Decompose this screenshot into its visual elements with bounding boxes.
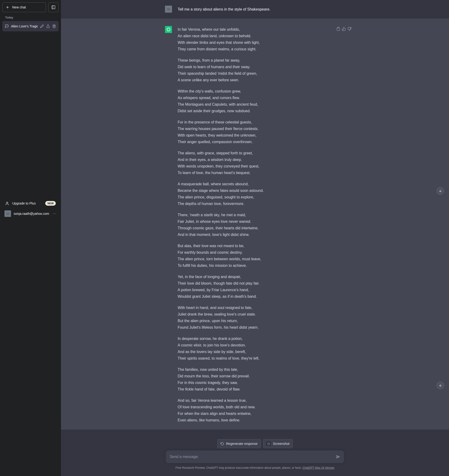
chatgpt-app: New chat Today Alien Love's Tragic T	[0, 0, 449, 476]
user-message-row: so Tell me a story about aliens in the s…	[61, 0, 449, 18]
assistant-message-row: In fair Verona, where our tale unfolds, …	[61, 18, 449, 430]
chat-item-title: Alien Love's Tragic T	[11, 24, 38, 28]
chatgpt-logo-icon	[165, 26, 172, 33]
sidebar-bottom: Upgrade to Plus NEW so sonja.raath@yahoo…	[2, 198, 59, 219]
screenshot-button[interactable]: Screenshot	[263, 439, 293, 448]
plus-icon	[6, 6, 9, 9]
edit-icon[interactable]	[40, 24, 44, 28]
screenshot-icon	[267, 442, 271, 446]
upgrade-to-plus-button[interactable]: Upgrade to Plus NEW	[2, 198, 59, 209]
assistant-message-text: In fair Verona, where our tale unfolds, …	[178, 26, 264, 424]
message-actions	[336, 27, 352, 31]
user-message-text: Tell me a story about aliens in the styl…	[178, 6, 270, 13]
send-icon[interactable]	[336, 455, 340, 459]
chat-bubble-icon	[5, 24, 9, 28]
poem-stanza: Within the city's walls, confusion grew,…	[178, 88, 264, 114]
ellipsis-icon	[53, 212, 57, 215]
upgrade-label: Upgrade to Plus	[12, 201, 36, 205]
poem-stanza: In desperate sorrow, he drank a potion, …	[178, 335, 264, 362]
chat-area: so Tell me a story about aliens in the s…	[61, 0, 449, 476]
copy-icon[interactable]	[336, 27, 340, 31]
poem-stanza: In fair Verona, where our tale unfolds, …	[178, 26, 264, 52]
poem-stanza: A masquerade ball, where secrets abound,…	[178, 181, 264, 207]
new-badge: NEW	[45, 201, 56, 206]
thumbs-down-icon[interactable]	[347, 27, 352, 31]
regenerate-label: Regenerate response	[226, 442, 258, 446]
sidebar: New chat Today Alien Love's Tragic T	[0, 0, 61, 476]
poem-stanza: The aliens, with grace, stepped forth to…	[178, 150, 264, 176]
new-chat-label: New chat	[12, 6, 26, 9]
poem-stanza: The families, now united by this tale, D…	[178, 366, 264, 393]
poem-stanza: These beings, from a planet far away, Di…	[178, 57, 264, 83]
regenerate-icon	[221, 442, 224, 446]
person-icon	[5, 201, 9, 205]
message-input-box	[166, 450, 344, 463]
poem-stanza: But alas, their love was not meant to be…	[178, 243, 264, 269]
user-avatar: so	[5, 210, 11, 217]
new-chat-button[interactable]: New chat	[2, 2, 46, 12]
composer-buttons: Regenerate response Screenshot	[217, 439, 293, 448]
thumbs-up-icon[interactable]	[342, 27, 346, 31]
sidebar-panel-icon	[51, 5, 56, 9]
poem-stanza: Yet, in the face of longing and despair,…	[178, 274, 264, 300]
scroll-to-bottom-button[interactable]	[437, 187, 444, 195]
regenerate-response-button[interactable]: Regenerate response	[217, 439, 261, 448]
account-menu-button[interactable]: so sonja.raath@yahoo.com	[2, 209, 59, 219]
account-email: sonja.raath@yahoo.com	[14, 212, 50, 215]
scroll-to-bottom-button[interactable]	[437, 382, 444, 389]
user-message-avatar: so	[165, 6, 172, 13]
message-input[interactable]	[170, 455, 336, 459]
poem-stanza: With heart in hand, and soul resigned to…	[178, 305, 264, 331]
footer-disclaimer: Free Research Preview. ChatGPT may produ…	[176, 466, 334, 470]
share-icon[interactable]	[46, 24, 50, 28]
footer-version-link[interactable]: ChatGPT May 24 Version	[302, 466, 334, 470]
sidebar-chat-item[interactable]: Alien Love's Tragic T	[2, 21, 59, 31]
poem-stanza: And so, fair Verona learned a lesson tru…	[178, 397, 264, 424]
history-section-label: Today	[5, 16, 13, 19]
poem-stanza: For in the presence of these celestial g…	[178, 119, 264, 145]
composer-bar: Regenerate response Screenshot Free Rese…	[61, 430, 449, 476]
screenshot-label: Screenshot	[273, 442, 290, 446]
poem-stanza: There, 'neath a starlit sky, he met a ma…	[178, 212, 264, 238]
sidebar-top: New chat	[2, 2, 59, 12]
footer-text: Free Research Preview. ChatGPT may produ…	[176, 466, 302, 470]
collapse-sidebar-button[interactable]	[48, 2, 59, 12]
delete-icon[interactable]	[52, 24, 56, 28]
